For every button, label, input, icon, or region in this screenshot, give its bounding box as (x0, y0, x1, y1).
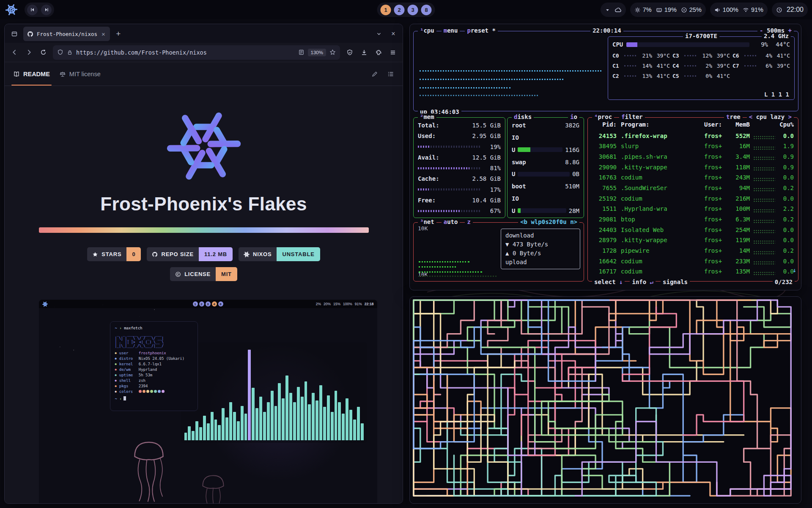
process-row[interactable]: 1728pipewirefros+14M0.2 (592, 247, 794, 254)
process-row[interactable]: 16763codiumfros+243M0.0 (592, 174, 794, 181)
firefox-view-button[interactable] (8, 28, 21, 40)
process-row[interactable]: 7655.SoundWireSerfros+94M0.2 (592, 184, 794, 191)
zoom-indicator[interactable]: 130% (308, 49, 326, 56)
readme-tab[interactable]: README (13, 62, 50, 86)
process-row[interactable]: 16717codiumfros+135M0.0 (592, 268, 794, 275)
workspace-3[interactable]: 3 (408, 5, 418, 15)
prompt-path: ~ (115, 326, 117, 330)
color-swatch (143, 390, 145, 393)
outline-button[interactable] (387, 71, 394, 77)
tab-close-button[interactable]: × (101, 30, 106, 38)
edit-readme-button[interactable] (371, 71, 378, 77)
system-stats-widget[interactable]: 7% 19% 25% (630, 3, 706, 17)
tracking-shield-icon[interactable] (57, 49, 63, 55)
workspace-2[interactable]: 2 (199, 301, 204, 306)
workspace-3[interactable]: 3 (206, 301, 211, 306)
disks-box-title[interactable]: disks (512, 113, 534, 120)
proc-scroll-indicator[interactable]: ↓ (793, 267, 796, 273)
audio-network-widget[interactable]: 100% 91% (710, 3, 768, 17)
io-toggle[interactable]: io (568, 113, 579, 120)
scales-icon (59, 71, 66, 77)
process-row[interactable]: 30681.pipes.sh-wrafros+3.4M0.9 (592, 153, 794, 160)
process-row[interactable]: 16642codiumfros+233M0.0 (592, 257, 794, 265)
memory-icon (656, 7, 662, 13)
cava-bar (252, 388, 255, 440)
process-row[interactable]: 24153.firefox-wrapfros+552M0.0 (592, 132, 794, 139)
process-row[interactable]: 29081btopfros+6.3M0.2 (592, 216, 794, 223)
badge-license[interactable]: LICENSEMIT (170, 267, 237, 281)
btop-preset-button[interactable]: preset * (465, 27, 497, 34)
fetch-field: ●pkgs2394 (115, 384, 193, 389)
reload-icon (40, 49, 47, 55)
puzzle-icon (375, 49, 382, 56)
fetch-field: ●userfrostphoenix (115, 351, 193, 356)
screenshot-stat: 15% (333, 302, 340, 306)
fetch-field: ●distroNixOS 24.05 (Uakari) (115, 356, 193, 362)
badge-nixos[interactable]: NIXOSUNSTABLE (239, 247, 320, 261)
downloads-button[interactable] (358, 46, 370, 59)
menu-button[interactable] (387, 46, 399, 59)
url-bar[interactable]: https://github.com/Frost-Phoenix/nixos 1… (53, 45, 340, 60)
weather-widget[interactable] (601, 3, 626, 17)
sort-prev[interactable]: < (749, 113, 752, 120)
process-row[interactable]: 28979.kitty-wrappefros+119M0.0 (592, 237, 794, 244)
nixos-launcher-button[interactable] (4, 3, 19, 17)
proc-tree-button[interactable]: tree (724, 113, 743, 120)
skip-back-icon (30, 7, 35, 12)
cava-bar (301, 397, 304, 441)
window-close-button[interactable]: × (387, 28, 399, 40)
license-tab[interactable]: MIT license (59, 62, 101, 86)
screenshot-stat: 100% (343, 302, 352, 306)
tab-list-button[interactable] (373, 28, 385, 40)
github-page: README MIT license Frost-Phoenix's Flake… (5, 62, 403, 504)
badge-stars[interactable]: STARS0 (87, 247, 141, 261)
book-icon (13, 71, 20, 77)
sort-next[interactable]: > (788, 113, 792, 120)
net-interface[interactable]: <b wlp0s20f0u n> (518, 218, 579, 225)
net-zero-button[interactable]: z (465, 218, 472, 225)
info-label[interactable]: info (632, 279, 646, 285)
forward-button[interactable] (22, 46, 35, 59)
extensions-button[interactable] (372, 46, 385, 59)
new-tab-button[interactable]: + (112, 28, 124, 40)
media-next-button[interactable] (41, 5, 52, 15)
reload-button[interactable] (37, 46, 49, 59)
ascii-logo: _ _ _____ _____ ___ | \| |_ _\ \/ / _ \/… (115, 333, 193, 348)
workspace-8[interactable]: 8 (218, 301, 223, 306)
workspace-1[interactable]: 1 (193, 301, 198, 306)
protection-shield-button[interactable] (343, 46, 356, 59)
proc-box-title[interactable]: ⁴proc (592, 113, 614, 120)
proc-filter-button[interactable]: filter (619, 113, 645, 120)
mem-box-title[interactable]: ²mem (418, 113, 436, 120)
cpu-mini-graph (753, 188, 775, 191)
process-row[interactable]: 25192codiumfros+216M0.0 (592, 195, 794, 202)
workspace-8[interactable]: 8 (421, 5, 432, 15)
process-row[interactable]: 38495slurpfros+16M1.9 (592, 143, 794, 150)
media-prev-button[interactable] (27, 5, 38, 15)
screenshot-nix-icon (42, 301, 48, 307)
workspace-4[interactable]: 4 (212, 301, 217, 306)
cpu-box-title[interactable]: ¹cpu (418, 27, 436, 34)
browser-tab[interactable]: Frost-Phoenix/nixos × (23, 27, 110, 41)
color-swatch (150, 390, 153, 393)
select-label[interactable]: select (594, 279, 616, 285)
process-row[interactable]: 24403Isolated Webfros+254M0.0 (592, 226, 794, 233)
workspace-1[interactable]: 1 (381, 5, 391, 15)
clock-widget[interactable]: 22:00 (772, 3, 808, 17)
btop-menu-button[interactable]: menu (442, 27, 460, 34)
net-box-title[interactable]: ³net (418, 218, 436, 225)
lock-icon[interactable] (67, 50, 73, 55)
back-button[interactable] (8, 46, 21, 59)
process-row[interactable]: 1511.Hyprland-wrafros+100M2.2 (592, 205, 794, 213)
net-auto-button[interactable]: auto (442, 218, 460, 225)
process-table-header[interactable]: Pid: Program: User: MemB Cpu% (592, 121, 794, 128)
firefox-window: Frost-Phoenix/nixos × + × https://github… (4, 24, 403, 504)
badge-repo-size[interactable]: REPO SIZE11.2 MB (147, 247, 233, 261)
bookmark-star-icon[interactable] (329, 49, 336, 55)
cava-bar (271, 391, 274, 440)
signals-label[interactable]: signals (661, 279, 690, 285)
mem-row: Avail:12.5 GiB (418, 154, 501, 161)
reader-mode-icon[interactable] (298, 49, 304, 55)
process-row[interactable]: 29090.kitty-wrappefros+118M0.9 (592, 163, 794, 171)
workspace-2[interactable]: 2 (394, 5, 405, 15)
